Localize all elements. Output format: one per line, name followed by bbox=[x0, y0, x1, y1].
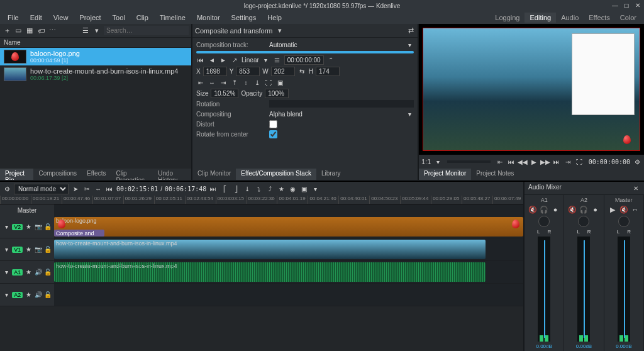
fullscreen-icon[interactable]: ⛶ bbox=[575, 157, 584, 166]
star-icon[interactable]: ★ bbox=[25, 291, 32, 299]
tab-project-monitor[interactable]: Project Monitor bbox=[419, 169, 471, 180]
level-meter[interactable] bbox=[618, 237, 630, 342]
edit-mode-select[interactable]: Normal mode bbox=[14, 184, 69, 194]
preview-render-icon[interactable]: ▣ bbox=[299, 184, 308, 193]
stepper-icon[interactable]: ⌃ bbox=[326, 56, 335, 65]
interp-mode[interactable]: Linear bbox=[242, 57, 259, 64]
razor-tool-icon[interactable]: ✂ bbox=[82, 184, 91, 193]
layout-color[interactable]: Color bbox=[615, 13, 641, 23]
size-value[interactable]: 10.52% bbox=[211, 89, 238, 98]
zone-in-icon[interactable]: ⎡ bbox=[220, 184, 229, 193]
timeline-transition[interactable]: Composite and transform bbox=[54, 230, 104, 237]
menu-view[interactable]: View bbox=[48, 13, 74, 23]
lock-icon[interactable]: 🔓 bbox=[44, 268, 52, 277]
new-folder-icon[interactable]: ▭ bbox=[14, 26, 23, 35]
overwrite-icon[interactable]: ⤓ bbox=[243, 184, 252, 193]
align-bottom-icon[interactable]: ⤓ bbox=[253, 78, 262, 87]
compositing-value[interactable]: Alpha blend bbox=[269, 111, 303, 118]
next-keyframe-icon[interactable]: ► bbox=[219, 56, 228, 65]
chevron-down-icon[interactable]: ▾ bbox=[405, 109, 414, 118]
pan-knob[interactable] bbox=[618, 216, 630, 227]
menu-project[interactable]: Project bbox=[74, 13, 106, 23]
go-start-icon[interactable]: ⏮ bbox=[105, 184, 114, 193]
opacity-value[interactable]: 100% bbox=[265, 89, 289, 98]
star-icon[interactable]: ★ bbox=[25, 223, 32, 231]
fit-icon[interactable]: ⛶ bbox=[264, 78, 273, 87]
align-top-icon[interactable]: ⤒ bbox=[230, 78, 239, 87]
mute-icon[interactable]: 🔇 bbox=[619, 205, 628, 214]
minimize-icon[interactable]: — bbox=[611, 1, 619, 9]
timeline-clip-video[interactable]: how-to-create-mount-and-burn-isos-in-lin… bbox=[54, 240, 486, 259]
spacer-tool-icon[interactable]: ↔ bbox=[94, 184, 103, 193]
pan-knob[interactable] bbox=[578, 216, 589, 227]
go-end-icon[interactable]: ⏭ bbox=[209, 184, 218, 193]
y-value[interactable]: 853 bbox=[236, 67, 260, 76]
menu-settings[interactable]: Settings bbox=[226, 13, 262, 23]
collapse-icon[interactable]: ▾ bbox=[3, 268, 10, 277]
mute-icon[interactable]: 🔇 bbox=[568, 205, 577, 214]
original-size-icon[interactable]: ▣ bbox=[275, 78, 284, 87]
menu-clip[interactable]: Clip bbox=[131, 13, 153, 23]
menu-file[interactable]: File bbox=[3, 13, 24, 23]
track-lane[interactable]: how-to-create-mount-and-burn-isos-in-lin… bbox=[54, 261, 523, 283]
composition-track-value[interactable]: Automatic bbox=[269, 42, 297, 48]
menu-tool[interactable]: Tool bbox=[108, 13, 130, 23]
tab-compositions[interactable]: Compositions bbox=[33, 169, 82, 180]
chevron-down-icon[interactable]: ▾ bbox=[275, 26, 284, 35]
track-lane[interactable]: baloon-logo.png Composite and transform bbox=[54, 216, 523, 238]
rec-icon[interactable]: ● bbox=[591, 205, 599, 214]
collapse-icon[interactable]: ▾ bbox=[3, 245, 10, 254]
distort-checkbox[interactable] bbox=[269, 120, 277, 128]
layout-audio[interactable]: Audio bbox=[556, 13, 584, 23]
add-clip-icon[interactable]: ＋ bbox=[3, 26, 11, 35]
skip-start-icon[interactable]: ⏮ bbox=[196, 56, 205, 65]
track-head[interactable]: ▾ V1 ★ 📷 🔓 bbox=[0, 238, 54, 260]
insert-icon[interactable]: ⤵ bbox=[254, 184, 263, 193]
collapse-icon[interactable]: ▾ bbox=[3, 291, 10, 299]
timeline-pos[interactable]: 00:02:15:01 bbox=[116, 186, 158, 192]
rotate-from-center-checkbox[interactable] bbox=[269, 130, 277, 138]
list-view-icon[interactable]: ☰ bbox=[81, 26, 90, 35]
play-icon[interactable]: ▶ bbox=[608, 205, 617, 214]
w-value[interactable]: 202 bbox=[271, 67, 295, 76]
bin-search-input[interactable] bbox=[104, 26, 189, 35]
pointer-tool-icon[interactable]: ➤ bbox=[71, 184, 80, 193]
tab-library[interactable]: Library bbox=[316, 169, 346, 180]
align-center-v-icon[interactable]: ↕ bbox=[242, 78, 250, 87]
timeline-ruler[interactable]: 00:00:00:0000:00:19:2100:00:47:4600:01:0… bbox=[0, 196, 523, 204]
solo-icon[interactable]: 🎧 bbox=[579, 205, 588, 214]
skip-start-icon[interactable]: ⏮ bbox=[507, 157, 516, 166]
db-value[interactable]: 0.00dB bbox=[616, 343, 631, 349]
menu-help[interactable]: Help bbox=[262, 13, 287, 23]
monitor-scrubber[interactable] bbox=[447, 160, 490, 163]
level-meter[interactable] bbox=[577, 237, 590, 342]
track-head[interactable]: ▾ A1 ★ 🔊 🔓 bbox=[0, 261, 54, 283]
lift-icon[interactable]: ⤴ bbox=[265, 184, 274, 193]
db-value[interactable]: 0.00dB bbox=[576, 343, 592, 349]
lock-icon[interactable]: 🔓 bbox=[44, 223, 52, 231]
tab-effect-stack[interactable]: Effect/Composition Stack bbox=[236, 169, 316, 180]
pan-knob[interactable] bbox=[538, 216, 550, 227]
mute-audio-icon[interactable]: 🔊 bbox=[35, 291, 42, 299]
mute-video-icon[interactable]: 📷 bbox=[35, 223, 42, 231]
rewind-icon[interactable]: ◀◀ bbox=[518, 157, 527, 166]
chevron-down-icon[interactable]: ▾ bbox=[262, 56, 270, 65]
mute-audio-icon[interactable]: 🔊 bbox=[35, 268, 42, 277]
filter-icon[interactable]: ⋯ bbox=[48, 26, 57, 35]
prev-keyframe-icon[interactable]: ◄ bbox=[208, 56, 216, 65]
tab-clip-monitor[interactable]: Clip Monitor bbox=[192, 169, 236, 180]
layout-effects[interactable]: Effects bbox=[584, 13, 614, 23]
tags-icon[interactable]: ◉ bbox=[288, 184, 297, 193]
set-out-icon[interactable]: ⇥ bbox=[564, 157, 572, 166]
align-right-icon[interactable]: ⇥ bbox=[219, 78, 228, 87]
x-value[interactable]: 1698 bbox=[203, 67, 227, 76]
menu-icon[interactable]: ☰ bbox=[273, 56, 282, 65]
keyframe-slider[interactable] bbox=[196, 51, 414, 53]
delete-clip-icon[interactable]: ▦ bbox=[25, 26, 34, 35]
align-center-h-icon[interactable]: ↔ bbox=[208, 78, 216, 87]
monitor-timecode[interactable]: 00:00:00:00 bbox=[589, 159, 630, 165]
swap-icon[interactable]: ⇄ bbox=[406, 26, 415, 35]
layout-editing[interactable]: Editing bbox=[525, 13, 556, 23]
link-icon[interactable]: ⇆ bbox=[297, 67, 306, 76]
interp-icon[interactable]: ↗ bbox=[230, 56, 239, 65]
